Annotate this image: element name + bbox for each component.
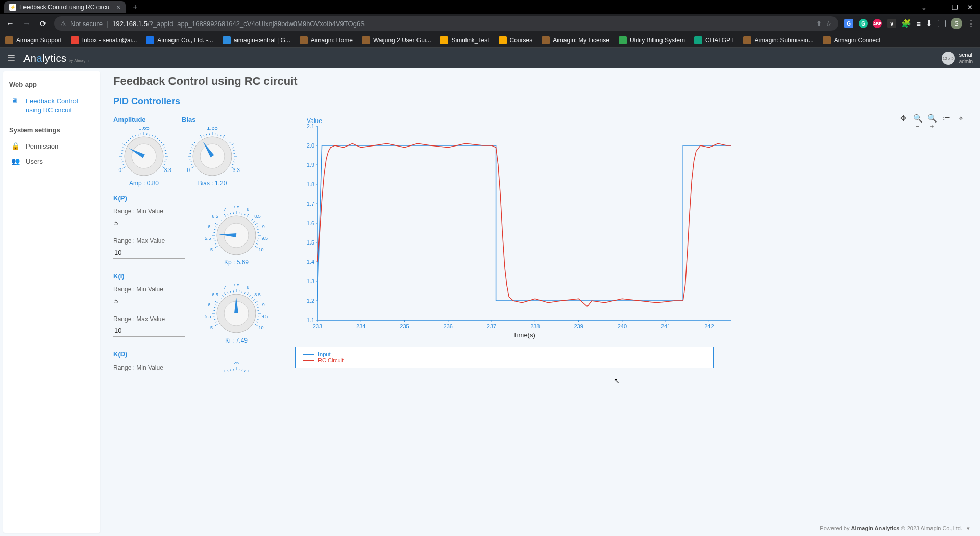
amplitude-knob[interactable]: 1.6503.3 bbox=[113, 127, 175, 178]
svg-line-53 bbox=[206, 134, 207, 136]
address-bar[interactable]: ⚠ Not secure | 192.168.1.5/?_appId=app_1… bbox=[54, 16, 838, 31]
svg-text:2.1: 2.1 bbox=[307, 123, 314, 129]
grammarly-icon[interactable]: G bbox=[859, 19, 868, 28]
downloads-icon[interactable]: ⬇ bbox=[926, 19, 933, 28]
profile-avatar[interactable]: S bbox=[951, 18, 962, 29]
bookmark-item[interactable]: Courses bbox=[499, 36, 533, 44]
time-series-chart[interactable]: Value1.11.21.31.41.51.61.71.81.92.02.123… bbox=[297, 116, 736, 340]
svg-text:0: 0 bbox=[187, 167, 190, 173]
chevron-down-icon[interactable]: ▾ bbox=[967, 525, 970, 531]
svg-line-31 bbox=[164, 164, 165, 165]
kd-knob[interactable]: 202530 bbox=[203, 362, 270, 372]
svg-line-103 bbox=[256, 227, 258, 227]
bookmark-favicon bbox=[542, 36, 550, 44]
hamburger-icon[interactable]: ☰ bbox=[7, 53, 15, 64]
bookmark-item[interactable]: CHATGPT bbox=[694, 36, 734, 44]
svg-line-8 bbox=[122, 144, 125, 145]
kp-knob[interactable]: 55.566.577.588.599.510 bbox=[203, 206, 270, 257]
bookmark-item[interactable]: Utility Billing System bbox=[619, 36, 685, 44]
svg-line-155 bbox=[257, 319, 259, 320]
pan-icon[interactable]: ✥ bbox=[898, 114, 909, 132]
zoom-in-icon[interactable]: 🔍⁺ bbox=[927, 114, 937, 132]
back-button[interactable]: ← bbox=[5, 19, 15, 28]
svg-line-48 bbox=[194, 142, 195, 143]
bookmark-item[interactable]: Aimagin: Submissio... bbox=[743, 36, 813, 44]
kp-title: K(P) bbox=[113, 194, 287, 202]
svg-line-51 bbox=[200, 135, 202, 137]
svg-line-89 bbox=[223, 217, 224, 218]
bookmark-item[interactable]: Inbox - senal.r@ai... bbox=[71, 36, 137, 44]
new-tab-button[interactable]: + bbox=[133, 3, 137, 12]
ki-knob[interactable]: 55.566.577.588.599.510 bbox=[203, 284, 270, 335]
ki-max-input[interactable] bbox=[113, 325, 185, 337]
svg-line-186 bbox=[230, 370, 231, 371]
sidebar-section-webapp: Web app bbox=[9, 81, 94, 88]
page-title: Feedback Control using RC circuit bbox=[113, 75, 970, 88]
svg-line-7 bbox=[122, 148, 124, 148]
sidebar-item-users[interactable]: 👥 Users bbox=[9, 154, 94, 169]
bias-knob[interactable]: 1.6503.3 bbox=[182, 127, 243, 178]
target-icon[interactable]: ⌖ bbox=[955, 114, 966, 132]
extensions-icon[interactable]: 🧩 bbox=[901, 19, 911, 28]
kd-title: K(D) bbox=[113, 350, 287, 358]
svg-text:1.4: 1.4 bbox=[307, 259, 314, 265]
bookmark-item[interactable]: Simulink_Test bbox=[440, 36, 489, 44]
reading-list-icon[interactable]: ≡ bbox=[916, 19, 921, 28]
reload-button[interactable]: ⟳ bbox=[38, 19, 48, 29]
svg-text:8.5: 8.5 bbox=[254, 214, 261, 219]
svg-line-143 bbox=[242, 291, 242, 293]
sidebar-item-feedback[interactable]: 🖥 Feedback Control using RC circuit bbox=[9, 93, 94, 118]
side-panel-icon[interactable] bbox=[938, 20, 946, 27]
svg-line-99 bbox=[250, 217, 251, 218]
kp-min-input[interactable] bbox=[113, 217, 185, 229]
menu-icon[interactable]: ⋮ bbox=[967, 19, 975, 28]
share-icon[interactable]: ⇧ bbox=[816, 20, 822, 28]
google-translate-icon[interactable]: G bbox=[844, 19, 853, 28]
ki-min-input[interactable] bbox=[113, 295, 185, 307]
svg-line-150 bbox=[256, 305, 258, 305]
svg-line-84 bbox=[214, 229, 216, 230]
svg-line-6 bbox=[122, 150, 124, 151]
svg-text:237: 237 bbox=[487, 323, 496, 329]
close-icon[interactable]: × bbox=[116, 3, 120, 11]
zoom-out-icon[interactable]: 🔍⁻ bbox=[913, 114, 923, 132]
svg-line-146 bbox=[250, 295, 251, 296]
user-label[interactable]: senal admin bbox=[959, 52, 973, 65]
maximize-icon[interactable]: ❐ bbox=[952, 4, 958, 11]
kp-max-input[interactable] bbox=[113, 247, 185, 259]
bookmark-favicon bbox=[146, 36, 154, 44]
adblock-icon[interactable]: ABP bbox=[873, 19, 882, 28]
svg-line-45 bbox=[190, 150, 192, 151]
svg-line-18 bbox=[150, 134, 150, 136]
bookmark-star-icon[interactable]: ☆ bbox=[826, 20, 832, 28]
forward-button[interactable]: → bbox=[21, 19, 32, 28]
svg-text:10: 10 bbox=[258, 247, 263, 252]
svg-line-12 bbox=[132, 135, 133, 137]
list-icon[interactable]: ≔ bbox=[941, 114, 951, 132]
bookmark-item[interactable]: Aimagin: Home bbox=[300, 36, 353, 44]
extension-icon[interactable]: v bbox=[887, 19, 896, 28]
browser-tab[interactable]: ⚡ Feedback Control using RC circu × bbox=[4, 1, 126, 13]
bookmark-item[interactable]: Aimagin Support bbox=[5, 36, 62, 44]
svg-line-125 bbox=[215, 324, 217, 326]
close-window-icon[interactable]: ✕ bbox=[967, 4, 973, 11]
svg-text:236: 236 bbox=[444, 323, 453, 329]
kp-min-label: Range : Min Value bbox=[113, 208, 195, 215]
bookmark-item[interactable]: Waijung 2 User Gui... bbox=[362, 36, 431, 44]
svg-text:1.65: 1.65 bbox=[207, 127, 217, 131]
svg-line-59 bbox=[223, 135, 225, 137]
svg-line-138 bbox=[228, 292, 228, 294]
bookmark-item[interactable]: aimagin-central | G... bbox=[223, 36, 290, 44]
svg-line-78 bbox=[215, 246, 217, 248]
bookmark-item[interactable]: Aimagin: My License bbox=[542, 36, 609, 44]
user-avatar[interactable]: 12 x 5 bbox=[942, 52, 955, 65]
minimize-icon[interactable]: — bbox=[936, 4, 943, 11]
svg-text:239: 239 bbox=[574, 323, 583, 329]
bookmark-item[interactable]: Aimagin Co., Ltd. -... bbox=[146, 36, 213, 44]
svg-line-92 bbox=[230, 213, 231, 215]
chevron-down-icon[interactable]: ⌄ bbox=[921, 4, 927, 11]
svg-text:238: 238 bbox=[530, 323, 540, 329]
svg-line-40 bbox=[191, 164, 192, 165]
sidebar-item-permission[interactable]: 🔒 Permission bbox=[9, 139, 94, 154]
bookmark-item[interactable]: Aimagin Connect bbox=[823, 36, 880, 44]
